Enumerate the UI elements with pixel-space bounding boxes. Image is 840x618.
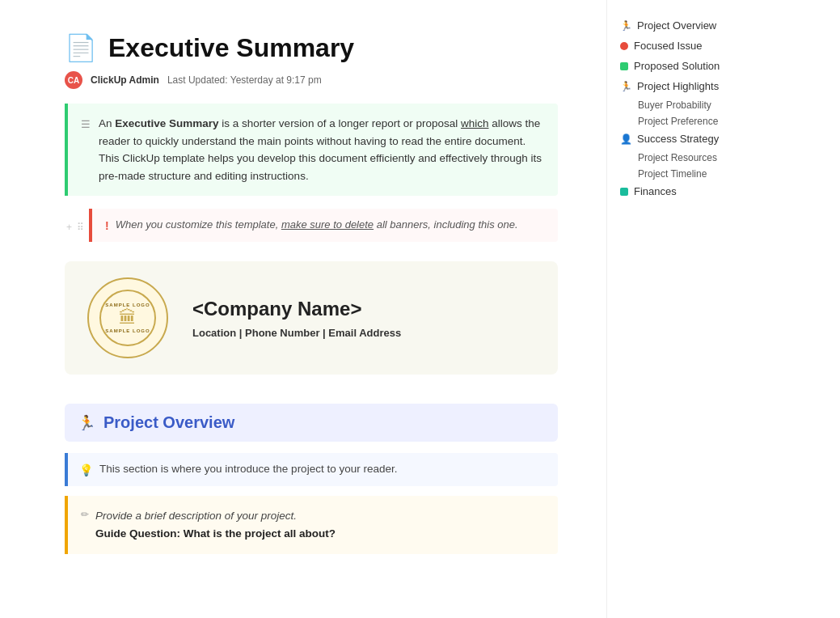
square-proposed-solution — [620, 62, 628, 70]
info-banner-icon: ☰ — [81, 116, 91, 184]
sidebar-label-project-overview: Project Overview — [637, 19, 716, 32]
sidebar-sub-project-resources[interactable]: Project Resources — [615, 150, 760, 166]
delete-link[interactable]: make sure to delete — [281, 218, 374, 231]
logo-text-bottom: SAMPLE LOGO — [105, 328, 150, 333]
guide-italic-text: Provide a brief description of your proj… — [95, 510, 297, 522]
lightbulb-icon: 💡 — [79, 464, 93, 476]
sidebar-label-success-strategy: Success Strategy — [637, 133, 719, 145]
sidebar-icon-success-strategy: 👤 — [620, 133, 631, 145]
pencil-icon: ✏ — [81, 509, 89, 520]
block-content: ! When you customize this template, make… — [89, 209, 558, 261]
sidebar-icon-project-overview: 🏃 — [620, 20, 631, 32]
info-block-text: This section is where you introduce the … — [99, 463, 397, 475]
add-block-button[interactable]: + — [65, 220, 74, 235]
section-header-title: Project Overview — [103, 413, 234, 432]
page-header: 📄 Executive Summary — [65, 32, 558, 63]
section-header-icon: 🏃 — [78, 414, 95, 432]
meta-row: CA ClickUp Admin Last Updated: Yesterday… — [65, 71, 558, 89]
company-details: Location | Phone Number | Email Address — [192, 327, 401, 339]
company-name: <Company Name> — [192, 298, 401, 320]
sidebar-label-focused-issue: Focused Issue — [634, 40, 703, 52]
last-updated: Last Updated: Yesterday at 9:17 pm — [167, 74, 322, 86]
info-banner: ☰ An Executive Summary is a shorter vers… — [65, 104, 558, 196]
sidebar-item-proposed-solution[interactable]: Proposed Solution — [615, 57, 760, 75]
sidebar-label-proposed-solution: Proposed Solution — [634, 60, 720, 72]
warning-banner: ! When you customize this template, make… — [89, 209, 558, 242]
company-card: SAMPLE LOGO 🏛 SAMPLE LOGO <Company Name>… — [65, 261, 558, 375]
square-finances — [620, 188, 628, 196]
info-banner-text: An Executive Summary is a shorter versio… — [99, 115, 545, 184]
avatar: CA — [65, 71, 82, 89]
block-row: + ⠿ ! When you customize this template, … — [65, 209, 558, 261]
drag-handle[interactable]: ⠿ — [75, 220, 86, 235]
sidebar-label-project-highlights: Project Highlights — [637, 80, 719, 92]
sidebar-icon-project-highlights: 🏃 — [620, 81, 631, 92]
guide-block-text: Provide a brief description of your proj… — [95, 507, 336, 542]
guide-question: Guide Question: What is the project all … — [95, 527, 336, 540]
project-overview-header: 🏃 Project Overview — [65, 404, 558, 442]
warning-icon: ! — [105, 219, 109, 232]
author-name: ClickUp Admin — [91, 74, 159, 86]
sidebar-sub-project-timeline[interactable]: Project Timeline — [615, 166, 760, 182]
info-block-yellow: ✏ Provide a brief description of your pr… — [65, 496, 558, 553]
sidebar-item-focused-issue[interactable]: Focused Issue — [615, 36, 760, 55]
logo-icon: 🏛 — [119, 307, 137, 328]
company-logo: SAMPLE LOGO 🏛 SAMPLE LOGO — [87, 277, 168, 358]
sidebar-item-success-strategy[interactable]: 👤 Success Strategy — [615, 129, 760, 148]
sidebar-item-finances[interactable]: Finances — [615, 182, 760, 201]
company-info: <Company Name> Location | Phone Number |… — [192, 298, 401, 339]
sidebar-item-project-highlights[interactable]: 🏃 Project Highlights — [615, 77, 760, 95]
sidebar-sub-buyer-probability[interactable]: Buyer Probability — [615, 97, 760, 113]
sidebar-item-project-overview[interactable]: 🏃 Project Overview — [615, 16, 760, 35]
info-block-blue: 💡 This section is where you introduce th… — [65, 453, 558, 486]
page-icon: 📄 — [65, 32, 97, 63]
sidebar-label-finances: Finances — [634, 185, 677, 197]
sidebar-sub-project-preference[interactable]: Project Preference — [615, 113, 760, 129]
sidebar: 🏃 Project Overview Focused Issue Propose… — [606, 0, 768, 618]
main-content: 📄 Executive Summary CA ClickUp Admin Las… — [0, 0, 606, 618]
warning-text: When you customize this template, make s… — [116, 218, 518, 231]
block-controls: + ⠿ — [65, 209, 86, 235]
dot-focused-issue — [620, 42, 628, 50]
page-title: Executive Summary — [108, 33, 354, 63]
